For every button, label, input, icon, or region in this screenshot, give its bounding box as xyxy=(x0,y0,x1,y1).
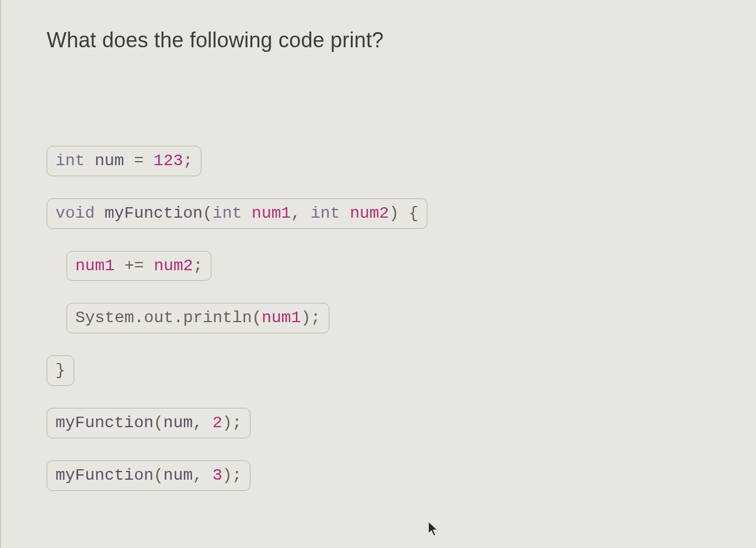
call-myfunction: myFunction xyxy=(55,414,154,432)
close-paren-brace: ) { xyxy=(389,204,418,222)
keyword-int: int xyxy=(55,152,85,170)
code-line-6: myFunction(num, 2); xyxy=(47,408,250,438)
space xyxy=(95,204,104,222)
literal-3: 3 xyxy=(212,466,222,484)
keyword-void: void xyxy=(55,204,95,222)
param-type-int: int xyxy=(311,204,340,222)
literal-123: 123 xyxy=(154,152,183,170)
code-line-5: } xyxy=(47,355,74,386)
space xyxy=(85,152,95,170)
arg-num: num xyxy=(163,414,193,432)
plus-equals-op: += xyxy=(114,257,154,275)
function-name: myFunction xyxy=(104,204,203,222)
identifier-num1: num1 xyxy=(75,257,114,275)
open-paren: ( xyxy=(154,466,163,484)
arg-num: num xyxy=(163,466,193,484)
comma: , xyxy=(291,204,311,222)
literal-2: 2 xyxy=(212,414,222,432)
code-line-1: int num = 123; xyxy=(47,146,201,176)
param-num2: num2 xyxy=(350,204,389,222)
open-paren: ( xyxy=(154,414,163,432)
arg-num1: num1 xyxy=(262,309,301,327)
question-page: What does the following code print? int … xyxy=(0,0,756,548)
code-line-4: System.out.println(num1); xyxy=(67,303,329,333)
code-line-7: myFunction(num, 3); xyxy=(47,460,250,491)
close-brace: } xyxy=(55,361,65,379)
code-line-2: void myFunction(int num1, int num2) { xyxy=(47,198,427,229)
call-myfunction: myFunction xyxy=(55,466,154,484)
cursor-icon xyxy=(427,521,439,537)
assign-op: = xyxy=(124,152,154,170)
space xyxy=(242,204,252,222)
space xyxy=(340,204,350,222)
close-call: ); xyxy=(222,466,242,484)
identifier-num2: num2 xyxy=(154,257,193,275)
code-block: int num = 123; void myFunction(int num1,… xyxy=(47,146,715,491)
identifier-num: num xyxy=(95,152,124,170)
param-num1: num1 xyxy=(252,204,291,222)
semicolon: ; xyxy=(183,152,193,170)
code-line-3: num1 += num2; xyxy=(67,251,211,281)
close-call: ); xyxy=(222,414,242,432)
param-type-int: int xyxy=(212,204,242,222)
system-out-println: System.out.println( xyxy=(75,309,262,327)
open-paren: ( xyxy=(203,204,212,222)
close-call: ); xyxy=(301,309,320,327)
question-text: What does the following code print? xyxy=(47,28,715,53)
comma: , xyxy=(193,414,212,432)
semicolon: ; xyxy=(193,257,203,275)
comma: , xyxy=(193,466,212,484)
